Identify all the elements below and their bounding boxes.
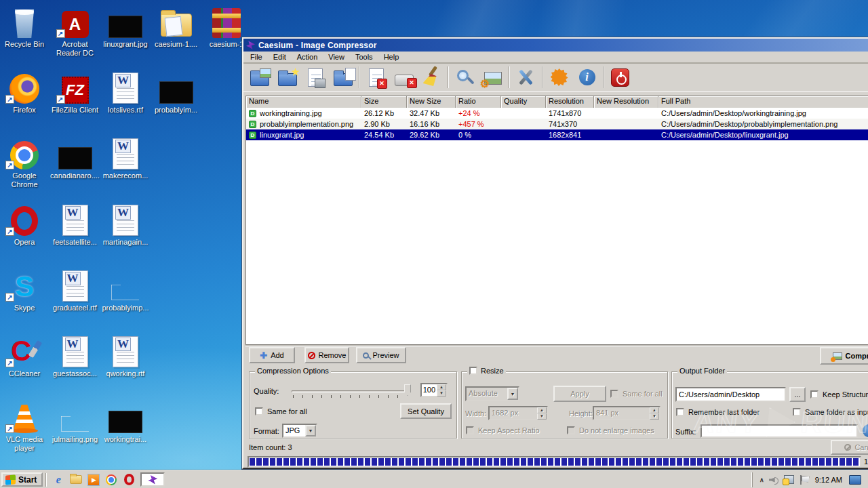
resize-legend: Resize xyxy=(481,367,504,375)
column-header[interactable]: Quality xyxy=(501,96,546,108)
column-header[interactable]: Resolution xyxy=(546,96,594,108)
width-spinbox[interactable]: 1682 px ▲▼ xyxy=(488,406,548,420)
add-folder-button[interactable] xyxy=(273,64,301,90)
volume-icon[interactable] xyxy=(769,476,778,484)
menu-action[interactable]: Action xyxy=(292,52,323,62)
desktop-icon-firefox[interactable]: ↗Firefox xyxy=(0,71,50,115)
desktop-icon-label: CCleaner xyxy=(0,369,50,378)
format-dropdown[interactable]: JPG ▼ xyxy=(282,424,317,438)
desktop-icon-skype[interactable]: S↗Skype xyxy=(0,269,50,312)
desktop-icon-broken-image[interactable]: probablyimp... xyxy=(100,269,151,312)
keep-aspect-ratio-checkbox[interactable] xyxy=(466,426,474,434)
desktop-icon-word-document[interactable]: lotslives.rtf xyxy=(100,71,151,115)
remove-button[interactable]: Remove xyxy=(304,347,349,363)
table-row[interactable]: Dprobablyimplementation.png2.90 Kb16.16 … xyxy=(246,119,868,129)
resize-mode-dropdown[interactable]: Absolute ▼ xyxy=(465,386,519,401)
quality-slider-track[interactable] xyxy=(292,390,407,392)
desktop-icon-vlc[interactable]: ↗VLC media player xyxy=(0,401,50,453)
file-list[interactable]: NameSizeNew SizeRatioQualityResolutionNe… xyxy=(245,96,868,345)
open-list-button[interactable] xyxy=(329,64,357,90)
menu-tools[interactable]: Tools xyxy=(350,52,378,62)
same-for-all-quality-checkbox[interactable] xyxy=(255,407,263,415)
remove-all-button[interactable] xyxy=(390,64,418,90)
settings-button[interactable] xyxy=(512,64,540,90)
resize-group: Resize Absolute ▼ Apply Same for all Wid… xyxy=(461,371,668,439)
quicklaunch-internet-explorer[interactable]: e xyxy=(50,472,66,487)
desktop-icon-word-document[interactable]: feetsatellite... xyxy=(50,203,101,247)
desktop-icon-filezilla[interactable]: FZ↗FileZilla Client xyxy=(50,71,101,115)
desktop-icon-folder[interactable]: caesium-1.... xyxy=(151,5,202,49)
column-header[interactable]: New Resolution xyxy=(594,96,658,108)
same-folder-checkbox[interactable] xyxy=(793,408,801,416)
action-center-flag-icon[interactable] xyxy=(800,475,808,485)
desktop-icon-word-document[interactable]: qworking.rtf xyxy=(100,335,151,378)
preview-button[interactable] xyxy=(451,64,479,90)
column-header[interactable]: Size xyxy=(361,96,407,108)
table-row[interactable]: Dlinuxgrant.jpg24.54 Kb29.62 Kb0 %1682x8… xyxy=(246,129,868,140)
column-header[interactable]: Name xyxy=(246,96,361,108)
add-files-button[interactable] xyxy=(245,64,273,90)
quality-slider-handle[interactable] xyxy=(404,384,411,396)
desktop-icon-opera[interactable]: ↗Opera xyxy=(0,203,50,247)
set-quality-button[interactable]: Set Quality xyxy=(400,403,452,419)
desktop-icon-recycle-bin[interactable]: Recycle Bin xyxy=(0,5,50,49)
desktop-icon-word-document[interactable]: guestassoc... xyxy=(50,335,101,378)
task-button-caesium[interactable] xyxy=(140,472,165,487)
desktop-icon-image-thumbnail[interactable]: canadianaro.... xyxy=(50,137,101,180)
output-folder-input[interactable] xyxy=(675,387,786,402)
collapse-chevron-icon[interactable]: ∧ xyxy=(760,476,764,483)
start-button[interactable]: Start xyxy=(1,472,43,487)
resize-checkbox[interactable] xyxy=(469,367,477,375)
desktop-icon-word-document[interactable]: martinagain... xyxy=(100,203,151,247)
keep-structure-checkbox[interactable] xyxy=(810,390,818,399)
quicklaunch-chrome[interactable] xyxy=(103,472,119,487)
column-header[interactable]: New Size xyxy=(407,96,456,108)
suffix-help-button[interactable] xyxy=(863,424,868,437)
title-bar[interactable]: Caesium - Image Compressor xyxy=(243,39,868,52)
desktop-icon-chrome[interactable]: ↗Google Chrome xyxy=(0,137,50,189)
desktop-icon-word-document[interactable]: graduateel.rtf xyxy=(50,269,101,312)
menu-edit[interactable]: Edit xyxy=(268,52,292,62)
desktop-icon-image-thumbnail[interactable]: probablyim... xyxy=(151,71,202,115)
desktop-icon-broken-image[interactable]: julmailing.png xyxy=(50,401,101,444)
quicklaunch-opera[interactable] xyxy=(121,472,137,487)
quicklaunch-file-explorer[interactable] xyxy=(68,472,84,487)
no-enlarge-checkbox[interactable] xyxy=(567,426,575,434)
suffix-input[interactable] xyxy=(701,424,858,438)
cancel-button[interactable]: Cancel xyxy=(831,440,868,455)
show-desktop-button[interactable] xyxy=(849,475,861,485)
menu-view[interactable]: View xyxy=(323,52,350,62)
broken-image-icon xyxy=(110,280,141,302)
desktop-icon-acrobat-reader[interactable]: A↗Acrobat Reader DC xyxy=(50,5,101,58)
browse-folder-button[interactable]: ... xyxy=(789,387,806,402)
clear-list-button[interactable] xyxy=(418,64,446,90)
remove-item-button[interactable] xyxy=(362,64,390,90)
preferences-button[interactable] xyxy=(545,64,573,90)
menu-file[interactable]: File xyxy=(245,52,268,62)
preview-button[interactable]: Preview xyxy=(356,347,406,363)
compress-button[interactable]: Compress xyxy=(820,347,868,365)
apply-resize-button[interactable]: Apply xyxy=(553,386,606,402)
save-list-button[interactable] xyxy=(301,64,329,90)
compress-button[interactable] xyxy=(479,64,507,90)
quicklaunch-media-player[interactable]: ▶ xyxy=(85,472,102,487)
desktop-icon-ccleaner[interactable]: ↗CCleaner xyxy=(0,335,50,378)
column-header[interactable]: Full Path xyxy=(658,96,868,108)
exit-button[interactable] xyxy=(606,64,634,90)
add-button[interactable]: ✚ Add xyxy=(249,347,295,363)
desktop-icon-image-thumbnail[interactable]: workingtrai... xyxy=(100,401,151,444)
table-row[interactable]: Dworkingtraining.jpg26.12 Kb32.47 Kb+24 … xyxy=(246,108,868,119)
network-warning-icon[interactable] xyxy=(784,475,794,484)
quality-spinbox[interactable]: 100 ▲▼ xyxy=(420,383,448,397)
column-header[interactable]: Ratio xyxy=(456,96,501,108)
format-dropdown-arrow[interactable]: ▼ xyxy=(305,425,316,436)
remember-folder-checkbox[interactable] xyxy=(676,408,684,416)
quality-spin-buttons[interactable]: ▲▼ xyxy=(437,384,446,396)
about-button[interactable]: i xyxy=(573,64,601,90)
desktop-icon-word-document[interactable]: makerecom... xyxy=(100,137,151,180)
height-spinbox[interactable]: 841 px ▲▼ xyxy=(593,406,660,420)
same-for-all-resize-checkbox[interactable] xyxy=(610,390,618,398)
image-thumbnail-icon xyxy=(159,81,193,104)
menu-help[interactable]: Help xyxy=(378,52,405,62)
desktop-icon-image-thumbnail[interactable]: linuxgrant.jpg xyxy=(100,5,151,49)
